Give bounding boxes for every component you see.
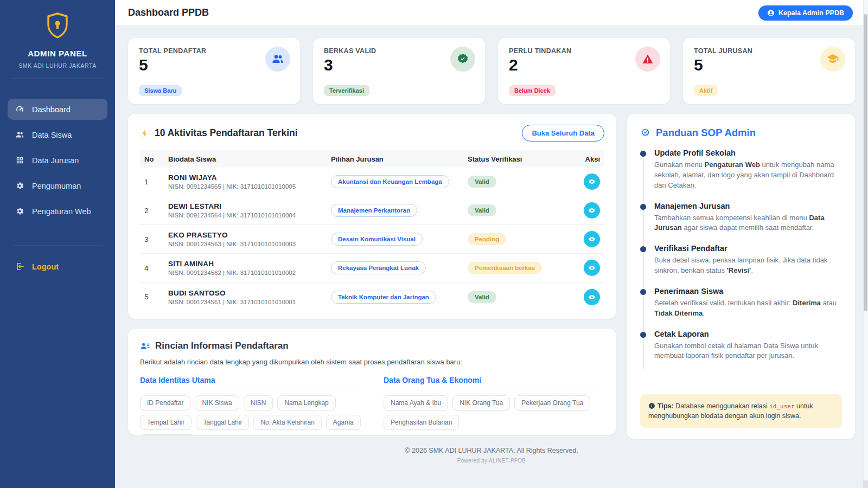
code-token: id_user [769, 403, 794, 410]
jurusan-pill: Manajemen Perkantoran [331, 204, 417, 217]
stat-card-perlu-tindakan: PERLU TINDAKAN 2 Belum Dicek [498, 38, 670, 104]
field-tag: Jenis Kelamin [140, 434, 195, 435]
sidebar-item-label: Dashboard [32, 105, 71, 114]
eye-icon [588, 235, 596, 243]
open-all-data-button[interactable]: Buka Seluruh Data [522, 125, 604, 142]
brand: ADMIN PANEL SMK ADI LUHUR JAKARTA [0, 0, 115, 69]
admin-role-badge[interactable]: Kepala Admin PPDB [758, 5, 853, 21]
user-circle-icon [767, 9, 775, 17]
group-orang-tua: Data Orang Tua & Ekonomi Nama Ayah & Ibu… [384, 376, 604, 435]
field-tag: Tanggal Lahir [196, 415, 249, 430]
stat-badge: Aktif [694, 85, 718, 96]
table-row: 3 EKO PRASETYO NISN: 0091234563 | NIK: 3… [140, 225, 604, 254]
student-name: EKO PRASETYO [168, 231, 331, 239]
copyright-text: © 2026 SMK ADI LUHUR JAKARTA. All Rights… [128, 447, 855, 454]
sop-steps: Update Profil Sekolah Gunakan menu Penga… [640, 149, 842, 372]
timeline-dot-icon [640, 246, 646, 252]
student-meta: NISN: 0091234565 | NIK: 3171010101010005 [168, 183, 331, 190]
sidebar-menu: Dashboard Data Siswa Data Jurusan Pengum… [0, 89, 115, 222]
page-title: Dashboard PPDB [128, 7, 209, 18]
field-tag: NIK Orang Tua [452, 395, 510, 410]
student-name: DEWI LESTARI [168, 202, 331, 210]
row-number: 3 [144, 235, 168, 243]
stat-card-total-jurusan: TOTAL JURUSAN 5 Aktif [683, 38, 855, 104]
eye-icon [588, 264, 596, 272]
sidebar-item-data-siswa[interactable]: Data Siswa [8, 124, 107, 145]
table-row: 1 RONI WIJAYA NISN: 0091234565 | NIK: 31… [140, 168, 604, 196]
field-tag: Tempat Lahir [140, 415, 192, 430]
eye-icon [588, 178, 596, 185]
content: TOTAL PENDAFTAR 5 Siswa Baru BERKAS VALI… [115, 26, 868, 464]
field-tag: Nama Lengkap [277, 395, 335, 410]
person-lines-icon [140, 341, 150, 351]
eye-icon [588, 207, 596, 214]
details-title: Rincian Informasi Pendaftaran [140, 341, 604, 351]
student-meta: NISN: 0091234561 | NIK: 3171010101010001 [168, 299, 331, 305]
sidebar: ADMIN PANEL SMK ADI LUHUR JAKARTA Dashbo… [0, 0, 115, 488]
field-tag: NISN [244, 395, 273, 410]
field-tag: Penghasilan Bulanan [384, 415, 459, 430]
tips-box: Tips: Database menggunakan relasi id_use… [640, 394, 842, 429]
sop-step: Manajemen Jurusan Tambahkan semua kompet… [640, 202, 842, 245]
sidebar-item-pengumuman[interactable]: Pengumuman [8, 175, 107, 196]
view-detail-button[interactable] [584, 260, 600, 276]
logout-icon [15, 262, 24, 271]
users-icon [265, 47, 290, 72]
lightning-icon [140, 129, 150, 138]
table-row: 4 SITI AMINAH NISN: 0091234562 | NIK: 31… [140, 254, 604, 282]
users-icon [15, 130, 24, 139]
group-heading: Data Identitas Utama [140, 376, 361, 389]
scrollbar-thumb[interactable] [864, 14, 867, 311]
sop-step-title: Update Profil Sekolah [654, 149, 842, 157]
view-detail-button[interactable] [584, 231, 600, 247]
sidebar-item-data-jurusan[interactable]: Data Jurusan [8, 150, 107, 171]
view-detail-button[interactable] [584, 174, 600, 190]
sop-step: Update Profil Sekolah Gunakan menu Penga… [640, 149, 842, 202]
divider [12, 246, 103, 246]
sop-step-title: Verifikasi Pendaftar [654, 244, 842, 253]
sop-step-title: Manajemen Jurusan [654, 202, 842, 210]
field-tag: ID Pendaftar [140, 395, 190, 410]
sop-guide-card: Panduan SOP Admin Update Profil Sekolah … [627, 114, 855, 439]
timeline-dot-icon [640, 332, 646, 338]
group-identitas: Data Identitas Utama ID Pendaftar NIK Si… [140, 376, 361, 435]
gear-icon [15, 181, 24, 190]
stat-badge: Siswa Baru [139, 85, 182, 96]
vertical-scrollbar[interactable] [863, 0, 868, 488]
sop-step: Cetak Laporan Gunakan tombol cetak di ha… [640, 330, 842, 373]
timeline-dot-icon [640, 289, 646, 295]
badge-check-icon [450, 47, 475, 72]
grid-icon [15, 156, 24, 165]
timeline-dot-icon [640, 151, 646, 157]
school-name: SMK ADI LUHUR JAKARTA [5, 62, 110, 69]
group-heading: Data Orang Tua & Ekonomi [384, 376, 604, 389]
timeline-dot-icon [640, 204, 646, 210]
sidebar-item-label: Pengaturan Web [32, 207, 91, 216]
footer: © 2026 SMK ADI LUHUR JAKARTA. All Rights… [128, 447, 855, 464]
field-tag: No. Akta Kelahiran [253, 415, 321, 430]
divider [12, 79, 103, 79]
sop-step-desc: Gunakan menu Pengaturan Web untuk mengub… [654, 160, 842, 191]
sop-step-title: Penerimaan Siswa [654, 287, 842, 296]
col-jurusan: Pilihan Jurusan [331, 155, 468, 163]
table-row: 2 DEWI LESTARI NISN: 0091234564 | NIK: 3… [140, 196, 604, 225]
row-number: 5 [144, 293, 168, 301]
sidebar-item-pengaturan-web[interactable]: Pengaturan Web [8, 201, 107, 222]
sidebar-item-dashboard[interactable]: Dashboard [8, 99, 107, 120]
col-no: No [144, 155, 168, 163]
student-meta: NISN: 0091234563 | NIK: 3171010101010003 [168, 241, 331, 247]
view-detail-button[interactable] [584, 289, 600, 305]
status-badge: Valid [468, 204, 496, 216]
status-badge: Valid [468, 291, 496, 303]
main-area: Dashboard PPDB Kepala Admin PPDB TOTAL P… [115, 0, 868, 488]
warning-triangle-icon [635, 47, 660, 72]
info-icon [648, 402, 655, 409]
field-tag: NIK Siswa [195, 395, 239, 410]
logout-button[interactable]: Logout [0, 256, 115, 277]
row-number: 1 [144, 178, 168, 186]
gear-icon [15, 207, 24, 216]
view-detail-button[interactable] [584, 202, 600, 219]
sidebar-item-label: Data Siswa [32, 131, 72, 139]
jurusan-pill: Teknik Komputer dan Jaringan [331, 291, 436, 304]
powered-by-text: Powered by ALINET-PPDB [128, 458, 855, 464]
